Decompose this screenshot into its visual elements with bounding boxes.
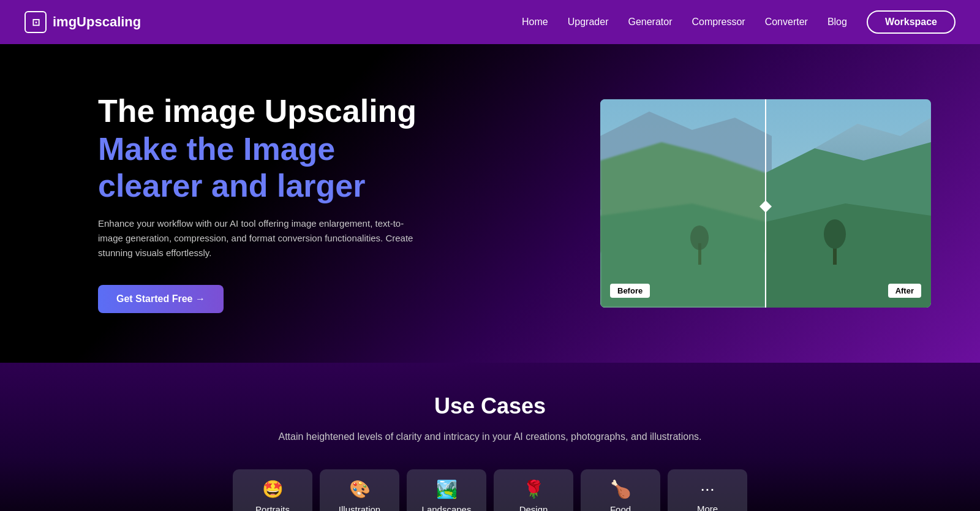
- use-cases-grid: 🤩Portraits🎨Illustration🏞️Landscapes🌹Desi…: [24, 469, 956, 511]
- svg-point-8: [824, 219, 846, 249]
- hero-section: The image Upscaling Make the Image clear…: [0, 44, 980, 363]
- workspace-button[interactable]: Workspace: [867, 10, 956, 34]
- use-case-emoji-illustration: 🎨: [349, 479, 371, 499]
- use-case-emoji-design: 🌹: [523, 479, 545, 499]
- nav-home[interactable]: Home: [522, 17, 548, 28]
- nav-converter[interactable]: Converter: [765, 17, 808, 28]
- before-label: Before: [610, 284, 650, 298]
- hero-description: Enhance your workflow with our AI tool o…: [98, 216, 417, 260]
- use-cases-title: Use Cases: [24, 393, 956, 419]
- use-case-label-design: Design: [519, 504, 548, 511]
- use-case-card-food[interactable]: 🍗Food: [581, 469, 660, 511]
- use-case-emoji-more: ···: [700, 479, 714, 499]
- nav-blog[interactable]: Blog: [827, 17, 847, 28]
- logo-icon: ⊡: [24, 11, 47, 33]
- landscape-svg: [600, 99, 931, 308]
- after-label: After: [888, 284, 921, 298]
- logo-text: imgUpscaling: [53, 14, 141, 30]
- comparison-image-container: Before After: [600, 99, 931, 308]
- use-case-card-landscapes[interactable]: 🏞️Landscapes: [407, 469, 486, 511]
- hero-title-blue: Make the Image clearer and larger: [98, 131, 429, 205]
- use-case-emoji-portraits: 🤩: [262, 479, 284, 499]
- main-nav: Home Upgrader Generator Compressor Conve…: [522, 10, 956, 34]
- hero-title-white: The image Upscaling: [98, 94, 429, 129]
- nav-generator[interactable]: Generator: [628, 17, 672, 28]
- use-case-label-landscapes: Landscapes: [422, 504, 472, 511]
- use-case-card-more[interactable]: ···More: [668, 469, 747, 511]
- nav-upgrader[interactable]: Upgrader: [568, 17, 609, 28]
- use-case-label-more: More: [697, 504, 718, 511]
- logo[interactable]: ⊡ imgUpscaling: [24, 11, 141, 33]
- use-cases-section: Use Cases Attain heightened levels of cl…: [0, 363, 980, 511]
- use-case-label-food: Food: [610, 504, 631, 511]
- comparison-image: [600, 99, 931, 308]
- use-case-emoji-food: 🍗: [610, 479, 631, 499]
- use-case-emoji-landscapes: 🏞️: [436, 479, 458, 499]
- use-case-label-illustration: Illustration: [339, 504, 380, 511]
- use-case-card-portraits[interactable]: 🤩Portraits: [233, 469, 312, 511]
- use-cases-description: Attain heightened levels of clarity and …: [24, 429, 956, 445]
- use-case-label-portraits: Portraits: [255, 504, 290, 511]
- use-case-card-design[interactable]: 🌹Design: [494, 469, 573, 511]
- header: ⊡ imgUpscaling Home Upgrader Generator C…: [0, 0, 980, 44]
- svg-point-10: [690, 225, 709, 250]
- get-started-button[interactable]: Get Started Free →: [98, 285, 224, 313]
- use-case-card-illustration[interactable]: 🎨Illustration: [320, 469, 399, 511]
- nav-compressor[interactable]: Compressor: [692, 17, 745, 28]
- hero-left: The image Upscaling Make the Image clear…: [98, 94, 429, 314]
